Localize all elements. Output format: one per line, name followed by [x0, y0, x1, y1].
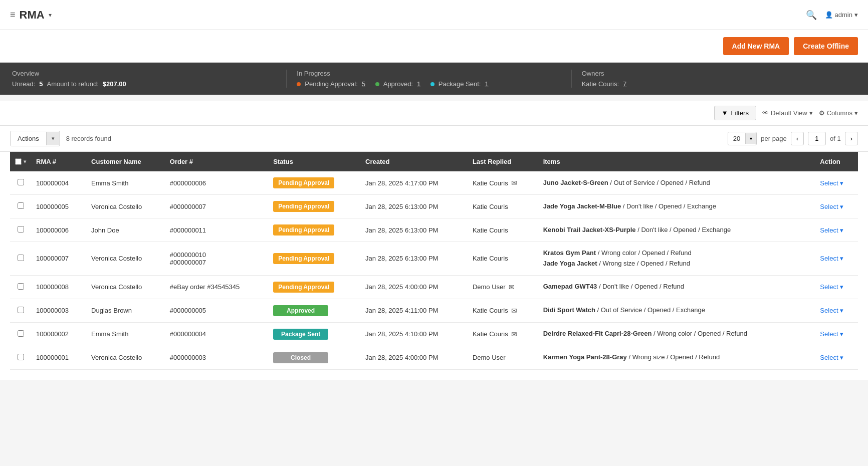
records-count: 8 records found	[66, 135, 111, 142]
search-icon[interactable]: 🔍	[806, 10, 817, 21]
customer-name: Duglas Brown	[86, 299, 165, 322]
created-date: Jan 28, 2025 4:10:00 PM	[360, 322, 468, 346]
customer-column-header: Customer Name	[86, 152, 165, 171]
rma-number: 100000008	[31, 275, 86, 299]
row-checkbox[interactable]	[18, 255, 24, 261]
row-checkbox[interactable]	[18, 307, 24, 313]
per-page-value: 20	[728, 132, 745, 145]
select-button[interactable]: Select ▾	[820, 307, 843, 314]
package-label: Package Sent:	[439, 80, 481, 88]
unread-value: 5	[39, 80, 43, 88]
last-replied: Demo User	[468, 346, 538, 369]
stats-bar: Overview Unread: 5 Amount to refund: $20…	[0, 63, 868, 95]
select-button[interactable]: Select ▾	[820, 255, 843, 262]
order-column-header: Order #	[165, 152, 268, 171]
actions-dropdown[interactable]: Actions ▾	[10, 131, 60, 146]
action-cell: Select ▾	[815, 275, 858, 299]
rma-number: 100000006	[31, 218, 86, 242]
last-replied-column-header: Last Replied	[468, 152, 538, 171]
message-icon: ✉︎	[509, 283, 515, 291]
checkbox-arrow[interactable]: ▾	[24, 159, 26, 164]
replied-name: Demo User	[473, 354, 506, 361]
admin-arrow-icon: ▾	[854, 11, 858, 19]
admin-menu[interactable]: 👤 admin ▾	[825, 11, 858, 19]
status-badge: Package Sent	[273, 329, 328, 340]
replied-name: Katie Couris	[473, 255, 508, 262]
select-button[interactable]: Select ▾	[820, 330, 843, 338]
in-progress-title: In Progress	[297, 70, 561, 77]
status-badge: Pending Approval	[273, 177, 334, 188]
order-number: #000000006	[165, 171, 268, 195]
view-button[interactable]: 👁 Default View ▾	[762, 109, 813, 117]
row-checkbox-cell	[10, 275, 31, 299]
items-cell: Juno Jacket-S-Green / Out of Service / O…	[538, 171, 815, 195]
rma-number: 100000001	[31, 346, 86, 369]
items-cell: Gamepad GWT43 / Don't like / Opened / Re…	[538, 275, 815, 299]
status-badge: Pending Approval	[273, 201, 334, 212]
owner-value[interactable]: 7	[623, 80, 626, 88]
filter-icon: ▼	[722, 109, 728, 117]
created-date: Jan 28, 2025 4:11:00 PM	[360, 299, 468, 322]
row-checkbox-cell	[10, 218, 31, 242]
add-new-rma-button[interactable]: Add New RMA	[723, 37, 789, 55]
prev-page-button[interactable]: ‹	[791, 132, 804, 145]
approved-value[interactable]: 1	[417, 80, 420, 88]
page-input[interactable]	[808, 132, 826, 145]
select-button[interactable]: Select ▾	[820, 179, 843, 187]
brand-dropdown-arrow[interactable]: ▾	[49, 12, 52, 19]
select-button[interactable]: Select ▾	[820, 283, 843, 291]
status-cell: Pending Approval	[268, 275, 360, 299]
replied-name: Katie Couris	[473, 307, 508, 314]
row-checkbox-cell	[10, 346, 31, 369]
rma-number: 100000003	[31, 299, 86, 322]
table-controls: Actions ▾ 8 records found 20 ▾ per page …	[0, 126, 868, 152]
table-controls-left: Actions ▾ 8 records found	[10, 131, 111, 146]
select-arrow-icon: ▾	[840, 354, 843, 361]
select-button[interactable]: Select ▾	[820, 226, 843, 234]
row-checkbox[interactable]	[18, 179, 24, 185]
row-checkbox-cell	[10, 171, 31, 195]
created-date: Jan 28, 2025 4:00:00 PM	[360, 346, 468, 369]
row-checkbox[interactable]	[18, 354, 24, 360]
row-checkbox[interactable]	[18, 226, 24, 232]
actions-dropdown-arrow[interactable]: ▾	[46, 132, 60, 145]
hamburger-icon[interactable]: ≡	[10, 10, 16, 20]
status-badge: Approved	[273, 305, 328, 316]
pending-value[interactable]: 5	[362, 80, 365, 88]
table-row: 100000004Emma Smith#000000006Pending App…	[10, 171, 858, 195]
row-checkbox[interactable]	[18, 330, 24, 337]
owners-section: Owners Katie Couris: 7	[571, 70, 856, 88]
row-checkbox[interactable]	[18, 283, 24, 290]
row-checkbox[interactable]	[18, 202, 24, 209]
controls-row: ▼ Filters 👁 Default View ▾ ⚙ Columns ▾	[0, 101, 868, 126]
select-arrow-icon: ▾	[840, 255, 843, 262]
columns-label: Columns	[827, 109, 852, 117]
select-button[interactable]: Select ▾	[820, 354, 843, 361]
created-date: Jan 28, 2025 4:17:00 PM	[360, 171, 468, 195]
filters-button[interactable]: ▼ Filters	[714, 106, 756, 120]
select-all-checkbox[interactable]	[15, 158, 22, 165]
per-page-dropdown-arrow[interactable]: ▾	[745, 133, 756, 144]
select-button[interactable]: Select ▾	[820, 203, 843, 210]
replied-name: Katie Couris	[473, 226, 508, 234]
items-cell: Kenobi Trail Jacket-XS-Purple / Don't li…	[538, 218, 815, 242]
last-replied: Demo User✉︎	[468, 275, 538, 299]
create-offline-button[interactable]: Create Offline	[794, 37, 858, 55]
customer-name: Emma Smith	[86, 322, 165, 346]
next-page-button[interactable]: ›	[845, 132, 858, 145]
select-arrow-icon: ▾	[840, 179, 843, 187]
overview-section: Overview Unread: 5 Amount to refund: $20…	[12, 70, 286, 88]
per-page-select[interactable]: 20 ▾	[728, 132, 757, 145]
package-value[interactable]: 1	[485, 80, 488, 88]
status-cell: Pending Approval	[268, 195, 360, 218]
message-icon: ✉︎	[511, 330, 517, 338]
order-number: #000000004	[165, 322, 268, 346]
table-wrapper: ▾ RMA # Customer Name Order # Status Cre…	[0, 152, 868, 380]
last-replied: Katie Couris✉︎	[468, 322, 538, 346]
customer-name: Veronica Costello	[86, 242, 165, 276]
status-cell: Approved	[268, 299, 360, 322]
package-dot	[430, 82, 435, 86]
of-label: of 1	[830, 135, 841, 142]
customer-name: Veronica Costello	[86, 195, 165, 218]
columns-button[interactable]: ⚙ Columns ▾	[819, 109, 858, 117]
